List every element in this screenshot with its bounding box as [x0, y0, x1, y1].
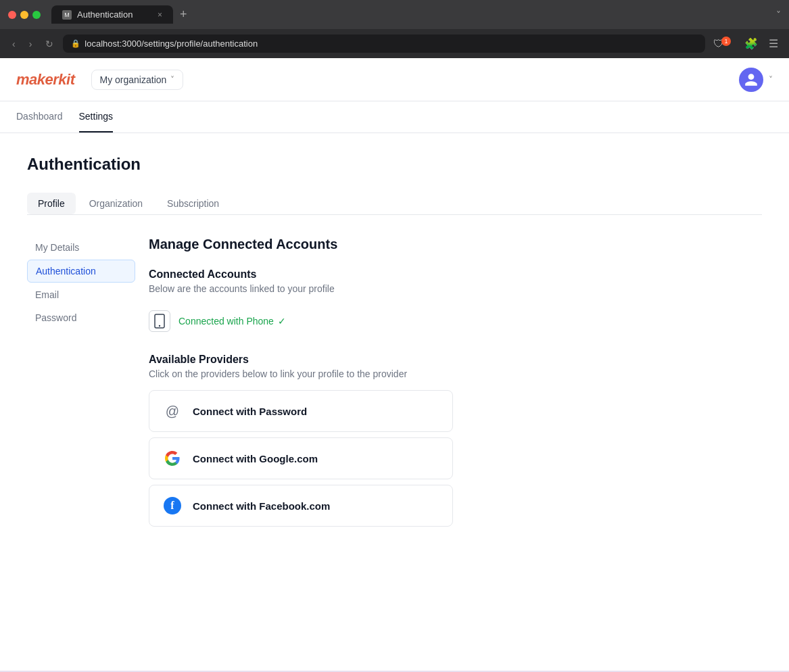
address-text: localhost:3000/settings/profile/authenti…	[85, 39, 258, 49]
google-icon	[163, 449, 182, 468]
user-icon	[744, 72, 759, 87]
tabs-chevron[interactable]: ˅	[776, 9, 781, 20]
facebook-icon: f	[163, 496, 182, 515]
tab-settings[interactable]: Settings	[79, 101, 114, 133]
maximize-traffic-light[interactable]	[32, 11, 41, 19]
check-icon: ✓	[278, 316, 286, 327]
tab-close-button[interactable]: ×	[158, 10, 162, 20]
brave-badge: 1	[721, 37, 731, 46]
toolbar-right: 🛡 1 🧩 ☰	[711, 34, 781, 53]
address-lock-icon: 🔒	[71, 39, 80, 48]
connected-phone-label: Connected with Phone	[178, 316, 274, 327]
app-logo: makerkit	[16, 71, 75, 89]
profile-tab-profile[interactable]: Profile	[27, 193, 76, 214]
sidebar-item-my-details[interactable]: My Details	[27, 237, 135, 258]
browser-toolbar: ‹ › ↻ 🔒 localhost:3000/settings/profile/…	[0, 29, 789, 58]
menu-button[interactable]: ☰	[766, 34, 781, 53]
browser-chrome: M Authentication × + ˅ ‹ › ↻ 🔒 localhost…	[0, 0, 789, 58]
available-title: Available Providers	[149, 354, 762, 366]
available-subtitle: Click on the providers below to link you…	[149, 368, 762, 379]
org-chevron-icon: ˅	[170, 75, 174, 85]
at-icon: @	[163, 402, 182, 421]
profile-tab-subscription[interactable]: Subscription	[156, 193, 230, 214]
top-nav: makerkit My organization ˅ ˅	[0, 58, 789, 101]
connect-google-button[interactable]: Connect with Google.com	[149, 437, 453, 479]
sidebar-item-authentication[interactable]: Authentication	[27, 260, 135, 283]
minimize-traffic-light[interactable]	[20, 11, 28, 19]
connect-google-label: Connect with Google.com	[193, 453, 318, 464]
tab-title: Authentication	[77, 9, 133, 20]
connected-title: Connected Accounts	[149, 268, 762, 281]
page-content: Authentication Profile Organization Subs…	[0, 133, 789, 671]
manage-title: Manage Connected Accounts	[149, 237, 762, 252]
avatar-chevron-icon[interactable]: ˅	[769, 75, 773, 85]
google-svg	[164, 450, 181, 466]
connect-password-button[interactable]: @ Connect with Password	[149, 390, 453, 432]
new-tab-button[interactable]: +	[176, 6, 191, 23]
tab-favicon: M	[62, 10, 72, 20]
connect-facebook-label: Connect with Facebook.com	[193, 500, 330, 512]
extensions-button[interactable]: 🧩	[742, 34, 761, 53]
reload-button[interactable]: ↻	[41, 36, 57, 52]
connect-facebook-button[interactable]: f Connect with Facebook.com	[149, 485, 453, 527]
org-selector[interactable]: My organization ˅	[91, 70, 184, 90]
sidebar-item-password[interactable]: Password	[27, 307, 135, 329]
profile-tabs: Profile Organization Subscription	[27, 193, 762, 215]
forward-button[interactable]: ›	[25, 36, 37, 52]
app-container: makerkit My organization ˅ ˅ Dashboard S…	[0, 58, 789, 671]
active-tab[interactable]: M Authentication ×	[51, 5, 173, 24]
tab-dashboard[interactable]: Dashboard	[16, 101, 63, 133]
main-content: Manage Connected Accounts Connected Acco…	[149, 237, 762, 649]
org-name: My organization	[100, 74, 167, 85]
browser-titlebar: M Authentication × + ˅	[0, 0, 789, 29]
address-bar[interactable]: 🔒 localhost:3000/settings/profile/authen…	[63, 34, 705, 53]
svg-point-1	[159, 325, 160, 327]
settings-layout: My Details Authentication Email Password…	[27, 237, 762, 649]
connected-phone-row: Connected with Phone ✓	[149, 305, 762, 337]
sidebar-item-email[interactable]: Email	[27, 284, 135, 306]
profile-tab-organization[interactable]: Organization	[78, 193, 153, 214]
phone-svg	[154, 314, 165, 329]
connect-password-label: Connect with Password	[193, 406, 307, 417]
connected-subtitle: Below are the accounts linked to your pr…	[149, 283, 762, 294]
connected-phone-text: Connected with Phone ✓	[178, 316, 286, 327]
user-avatar[interactable]	[739, 68, 763, 92]
tab-bar: M Authentication × + ˅	[51, 5, 781, 24]
page-title: Authentication	[27, 155, 762, 174]
traffic-lights	[8, 11, 41, 19]
sidebar: My Details Authentication Email Password	[27, 237, 149, 649]
nav-tabs: Dashboard Settings	[0, 101, 789, 133]
close-traffic-light[interactable]	[8, 11, 16, 19]
back-button[interactable]: ‹	[8, 36, 20, 52]
phone-icon	[149, 310, 170, 332]
